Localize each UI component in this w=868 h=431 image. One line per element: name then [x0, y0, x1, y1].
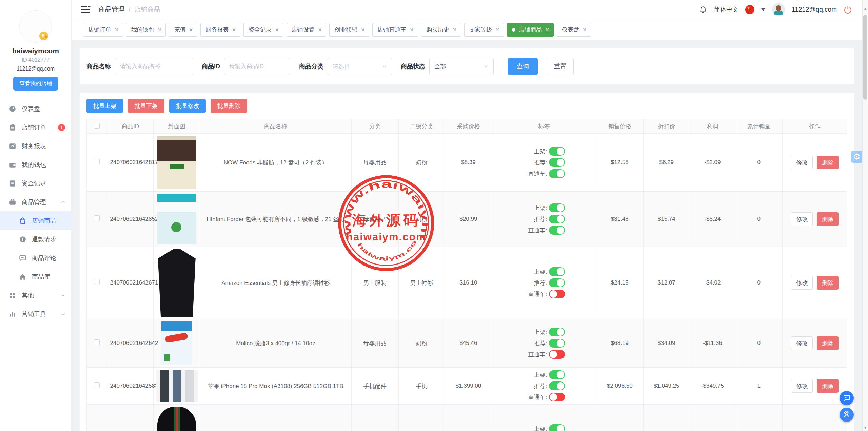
sale-price[interactable]: $31.48 — [596, 192, 643, 247]
avatar[interactable] — [19, 10, 52, 43]
delete-button[interactable]: 删除 — [817, 379, 839, 393]
china-flag-icon[interactable] — [745, 5, 754, 14]
product-id-input[interactable] — [224, 58, 290, 75]
edit-button[interactable]: 修改 — [791, 212, 813, 226]
product-image[interactable] — [157, 194, 196, 244]
sale-price[interactable]: $2,098.50 — [596, 368, 643, 405]
listed-toggle[interactable] — [549, 424, 565, 431]
sidebar-item-fund-records[interactable]: 资金记录 — [0, 174, 71, 193]
discount-price[interactable]: $6.29 — [643, 134, 690, 192]
purchase-price[interactable]: $45.46 — [445, 319, 492, 368]
through-train-toggle[interactable] — [549, 290, 565, 298]
product-image[interactable] — [157, 136, 196, 189]
close-icon[interactable]: ✕ — [232, 27, 236, 33]
product-image[interactable] — [161, 321, 192, 365]
recommended-toggle[interactable] — [549, 158, 565, 167]
tab-shop-orders[interactable]: 店铺订单✕ — [83, 23, 123, 37]
purchase-price[interactable]: $622.30 — [445, 405, 492, 431]
sidebar-item-dashboard[interactable]: 仪表盘 — [0, 99, 71, 118]
sidebar-item-shop-orders[interactable]: 店铺订单 1 — [0, 118, 71, 137]
scrollbar-thumb[interactable] — [863, 15, 867, 100]
bulk-delete-button[interactable]: 批量删除 — [211, 99, 247, 113]
row-checkbox[interactable] — [94, 159, 100, 164]
settings-gear-button[interactable]: ⚙ — [851, 151, 863, 163]
row-checkbox[interactable] — [94, 215, 100, 221]
sidebar-item-financial-reports[interactable]: 财务报表 — [0, 137, 71, 155]
close-icon[interactable]: ✕ — [545, 27, 549, 33]
purchase-price[interactable]: $1,399.00 — [445, 368, 492, 405]
recommended-toggle[interactable] — [549, 215, 565, 223]
product-name-input[interactable] — [115, 58, 193, 75]
edit-button[interactable]: 修改 — [791, 276, 813, 290]
through-train-toggle[interactable] — [549, 226, 565, 235]
account-email[interactable]: 11212@qq.com — [792, 6, 837, 13]
close-icon[interactable]: ✕ — [496, 27, 500, 33]
discount-price[interactable]: $1,049.25 — [643, 368, 690, 405]
tab-business-alliance[interactable]: 创业联盟✕ — [329, 23, 369, 37]
close-icon[interactable]: ✕ — [158, 27, 162, 33]
edit-button[interactable]: 修改 — [791, 156, 813, 169]
listed-toggle[interactable] — [549, 328, 565, 336]
logout-power-icon[interactable] — [844, 5, 852, 14]
tab-shop-through-train[interactable]: 店铺直通车✕ — [372, 23, 418, 37]
delete-button[interactable]: 删除 — [817, 276, 839, 290]
sidebar-item-product-management[interactable]: 商品管理 — [0, 193, 71, 211]
tab-fund-records[interactable]: 资金记录✕ — [243, 23, 283, 37]
row-checkbox[interactable] — [94, 279, 100, 285]
sidebar-item-shop-products[interactable]: 店铺商品 — [0, 211, 71, 230]
discount-price[interactable]: $466.72 — [643, 405, 690, 431]
sidebar-item-product-reviews[interactable]: 商品评论 — [0, 249, 71, 267]
reset-button[interactable]: 重置 — [547, 58, 574, 75]
select-all-checkbox[interactable] — [94, 123, 100, 129]
tab-my-wallet[interactable]: 我的钱包✕ — [126, 23, 166, 37]
status-select[interactable]: 全部 — [429, 58, 494, 75]
listed-toggle[interactable] — [549, 203, 565, 212]
tab-dashboard[interactable]: 仪表盘✕ — [557, 23, 591, 37]
product-image[interactable] — [157, 249, 197, 317]
close-icon[interactable]: ✕ — [410, 27, 414, 33]
caret-down-icon[interactable] — [761, 8, 765, 11]
tab-financial-reports[interactable]: 财务报表✕ — [200, 23, 240, 37]
row-checkbox[interactable] — [94, 382, 100, 388]
discount-price[interactable]: $15.74 — [643, 192, 690, 247]
scroll-up-arrow[interactable]: ▲ — [863, 7, 868, 11]
delete-button[interactable]: 删除 — [817, 156, 839, 169]
close-icon[interactable]: ✕ — [275, 27, 279, 33]
row-checkbox[interactable] — [94, 339, 100, 345]
close-icon[interactable]: ✕ — [361, 27, 365, 33]
recommended-toggle[interactable] — [549, 278, 565, 287]
close-icon[interactable]: ✕ — [453, 27, 457, 33]
view-my-shop-button[interactable]: 查看我的店铺 — [13, 77, 58, 91]
chat-messages-button[interactable] — [840, 391, 854, 405]
account-avatar[interactable] — [772, 3, 785, 16]
sidebar-item-product-library[interactable]: 商品库 — [0, 267, 71, 286]
tab-seller-level[interactable]: 卖家等级✕ — [464, 23, 504, 37]
sale-price[interactable]: $12.58 — [596, 134, 643, 192]
close-icon[interactable]: ✕ — [318, 27, 322, 33]
breadcrumb-parent[interactable]: 商品管理 — [99, 5, 124, 14]
product-image[interactable] — [157, 407, 196, 431]
listed-toggle[interactable] — [549, 267, 565, 276]
delete-button[interactable]: 删除 — [817, 336, 839, 350]
purchase-price[interactable]: $8.39 — [445, 134, 492, 192]
bulk-edit-button[interactable]: 批量修改 — [169, 99, 206, 113]
through-train-toggle[interactable] — [549, 169, 565, 178]
close-icon[interactable]: ✕ — [583, 27, 587, 33]
edit-button[interactable]: 修改 — [791, 336, 813, 350]
sale-price[interactable]: $933.45 — [596, 405, 643, 431]
tab-recharge[interactable]: 充值✕ — [169, 23, 197, 37]
notifications-bell-icon[interactable] — [699, 5, 707, 14]
sidebar-item-my-wallet[interactable]: 我的钱包 — [0, 155, 71, 174]
language-selector[interactable]: 简体中文 — [714, 5, 738, 14]
listed-toggle[interactable] — [549, 147, 565, 156]
edit-button[interactable]: 修改 — [791, 379, 813, 393]
sidebar-item-others[interactable]: 其他 — [0, 286, 71, 305]
sidebar-item-refund-requests[interactable]: 退款请求 — [0, 230, 71, 249]
recommended-toggle[interactable] — [549, 381, 565, 390]
recommended-toggle[interactable] — [549, 339, 565, 348]
discount-price[interactable]: $34.09 — [643, 319, 690, 368]
tab-shop-products[interactable]: 店铺商品✕ — [507, 23, 554, 37]
bulk-on-shelf-button[interactable]: 批量上架 — [86, 99, 123, 113]
through-train-toggle[interactable] — [549, 393, 565, 401]
purchase-price[interactable]: $20.99 — [445, 192, 492, 247]
